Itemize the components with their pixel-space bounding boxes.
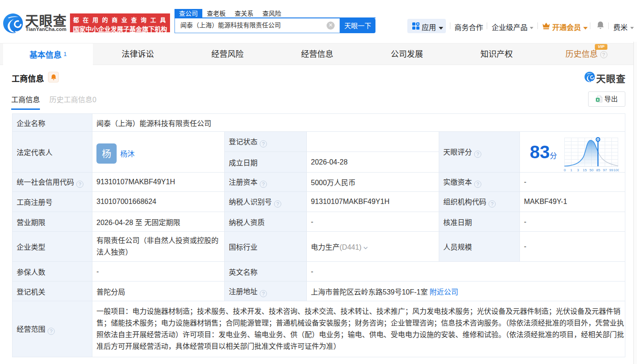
svg-text:100: 100	[613, 168, 619, 172]
svg-text:97: 97	[603, 168, 607, 172]
svg-text:15: 15	[583, 168, 587, 172]
svg-text:0: 0	[563, 168, 566, 172]
svg-text:1: 1	[570, 168, 572, 172]
svg-text:3: 3	[577, 168, 579, 172]
svg-text:50: 50	[589, 168, 593, 172]
svg-text:85: 85	[596, 168, 600, 172]
svg-text:99: 99	[609, 168, 613, 172]
